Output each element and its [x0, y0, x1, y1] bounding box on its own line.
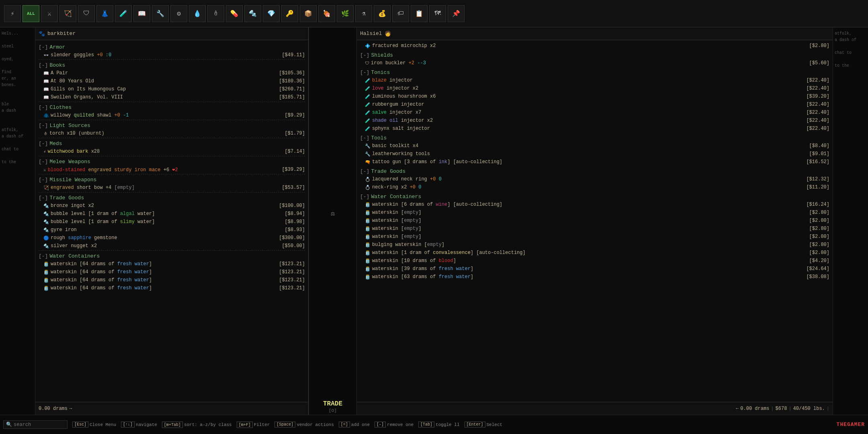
filter-plant[interactable]: 🌿 [337, 5, 354, 22]
list-item[interactable]: 🫙 waterskin [10 drams of blood] [$4.20] [357, 257, 833, 265]
list-item[interactable]: 🧪 sphynx salt injector [$22.40] [357, 125, 833, 133]
filter-all[interactable]: ALL [23, 5, 39, 22]
toggle-melee[interactable]: [-] [39, 159, 48, 165]
filter-pin[interactable]: 📌 [448, 5, 465, 22]
filter-ranged[interactable]: 🏹 [59, 5, 76, 22]
list-item[interactable]: 🔩 gyre iron [$8.93] [35, 226, 308, 234]
left-item-list[interactable]: [-] Armor 👓 slender goggles +0 :0 [$49.1… [35, 40, 308, 402]
category-missile[interactable]: [-] Missile Weapons [35, 176, 308, 184]
filter-gem[interactable]: 💎 [263, 5, 280, 22]
list-item[interactable]: 💠 fractured microchip x2 [$2.80] [357, 42, 833, 50]
list-item[interactable]: 🫙 waterskin [empty] [$2.80] [357, 209, 833, 217]
right-item-list[interactable]: 💠 fractured microchip x2 [$2.80] [-] Shi… [357, 40, 833, 402]
list-item[interactable]: 📖 Gills on Its Humongous Cap [$260.71] [35, 85, 308, 93]
list-item[interactable]: 🫙 waterskin [64 drams of fresh water] [$… [35, 276, 308, 284]
list-item[interactable]: 🔩 bubble level [1 dram of slimy water] [… [35, 218, 308, 226]
list-item[interactable]: 🧪 blaze injector [$22.40] [357, 76, 833, 84]
toggle-tools[interactable]: [-] [360, 135, 369, 141]
list-item[interactable]: 💍 lacquered neck ring +0 0 [$12.32] [357, 175, 833, 183]
search-input[interactable] [14, 422, 62, 428]
list-item[interactable]: 💍 neck-ring x2 +0 0 [$11.20] [357, 183, 833, 191]
filter-light[interactable]: 🕯 [207, 5, 224, 22]
list-item[interactable]: 🫙 waterskin [64 drams of fresh water] [$… [35, 284, 308, 292]
toggle-trade-goods-left[interactable]: [-] [39, 195, 48, 201]
list-item[interactable]: 🧪 shade oil injector x2 [$22.40] [357, 117, 833, 125]
toggle-shields[interactable]: [-] [360, 52, 369, 58]
list-item[interactable]: 🔵 rough sapphire gemstone [$300.00] [35, 234, 308, 242]
list-item[interactable]: 🫙 waterskin [63 drams of fresh water] [$… [357, 273, 833, 281]
toggle-trade-goods-right[interactable]: [-] [360, 168, 369, 174]
list-item[interactable]: 🔩 silver nugget x2 [$50.00] [35, 242, 308, 250]
toggle-missile[interactable]: [-] [39, 177, 48, 183]
list-item[interactable]: 🫙 waterskin [1 dram of convalessence] [a… [357, 249, 833, 257]
filter-clothes[interactable]: 👗 [96, 5, 113, 22]
toggle-armor[interactable]: [-] [39, 44, 48, 50]
toggle-water-right[interactable]: [-] [360, 194, 369, 200]
list-item[interactable]: 🔧 basic toolkit x4 [$8.40] [357, 142, 833, 150]
list-item[interactable]: 🛡 iron buckler +2 --3 [$5.60] [357, 59, 833, 67]
category-tools[interactable]: [-] Tools [357, 134, 833, 142]
filter-tonic[interactable]: 🧪 [115, 5, 132, 22]
category-light[interactable]: [-] Light Sources [35, 122, 308, 129]
list-item[interactable]: 🧪 luminous hoarshroom x6 [$39.20] [357, 92, 833, 100]
filter-water[interactable]: 💧 [189, 5, 206, 22]
list-item[interactable]: 🔩 bronze ingot x2 [$100.00] [35, 202, 308, 210]
list-item[interactable]: 🫙 waterskin [empty] [$2.80] [357, 233, 833, 241]
list-item[interactable]: 🔫 tattoo gun [3 drams of ink] [auto-coll… [357, 158, 833, 166]
category-books[interactable]: [-] Books [35, 61, 308, 69]
filter-misc[interactable]: 📋 [411, 5, 428, 22]
category-clothes[interactable]: [-] Clothes [35, 104, 308, 111]
filter-part[interactable]: 🔩 [244, 5, 261, 22]
toggle-water-left[interactable]: [-] [39, 253, 48, 259]
filter-weapon[interactable]: ⚔ [41, 5, 58, 22]
category-water-left[interactable]: [-] Water Containers [35, 252, 308, 260]
list-item[interactable]: 🫙 waterskin [empty] [$2.80] [357, 225, 833, 233]
list-item[interactable]: 🫙 bulging waterskin [empty] [$2.80] [357, 241, 833, 249]
category-trade-goods-left[interactable]: [-] Trade Goods [35, 194, 308, 202]
list-item[interactable]: 🫙 waterskin [64 drams of fresh water] [$… [35, 268, 308, 276]
filter-coin[interactable]: 💰 [374, 5, 391, 22]
toggle-clothes[interactable]: [-] [39, 104, 48, 111]
category-tonics[interactable]: [-] Tonics [357, 69, 833, 76]
list-item[interactable]: 🫙 waterskin [empty] [$2.80] [357, 217, 833, 225]
search-bar[interactable]: 🔍 [3, 420, 68, 429]
list-item[interactable]: 📖 A Pair [$105.36] [35, 69, 308, 77]
category-armor[interactable]: [-] Armor [35, 43, 308, 51]
filter-key[interactable]: 🔑 [281, 5, 298, 22]
list-item[interactable]: 📖 Swollen Organs, Vol. VIII [$185.71] [35, 93, 308, 101]
category-shields[interactable]: [-] Shields [357, 51, 833, 59]
filter-food[interactable]: 🍖 [318, 5, 335, 22]
list-item[interactable]: 🫙 waterskin [64 drams of fresh water] [$… [35, 260, 308, 268]
category-meds[interactable]: [-] Meds [35, 140, 308, 147]
filter-armor[interactable]: 🛡 [78, 5, 95, 22]
list-item[interactable]: 🕯 torch x10 (unburnt) [$1.79] [35, 129, 308, 137]
list-item[interactable]: 🫙 waterskin [6 drams of wine] [auto-coll… [357, 201, 833, 209]
list-item[interactable]: 🧥 willowy quilted shawl +0 -1 [$9.29] [35, 111, 308, 119]
filter-alch[interactable]: ⚗ [355, 5, 372, 22]
filter-gear[interactable]: ⚙ [170, 5, 187, 22]
list-item[interactable]: 🔩 bubble level [1 dram of algal water] [… [35, 210, 308, 218]
list-item[interactable]: 🧪 salve injector x7 [$22.40] [357, 108, 833, 117]
toggle-light[interactable]: [-] [39, 123, 48, 129]
filter-med[interactable]: 💊 [226, 5, 243, 22]
category-trade-goods-right[interactable]: [-] Trade Goods [357, 168, 833, 175]
list-item[interactable]: 🧪 rubbergum injector [$22.40] [357, 100, 833, 108]
filter-map[interactable]: 🗺 [429, 5, 446, 22]
category-melee[interactable]: [-] Melee Weapons [35, 158, 308, 166]
list-item[interactable]: 🏹 engraved short bow +4 [empty] [$53.57] [35, 184, 308, 192]
filter-electric[interactable]: ⚡ [4, 5, 21, 22]
filter-tag[interactable]: 🏷 [392, 5, 409, 22]
list-item[interactable]: 👓 slender goggles +0 :0 [$49.11] [35, 51, 308, 59]
list-item[interactable]: 📖 At 80 Years Old [$180.36] [35, 77, 308, 85]
filter-tool[interactable]: 🔧 [152, 5, 169, 22]
toggle-books[interactable]: [-] [39, 62, 48, 68]
list-item[interactable]: 🧪 love injector x2 [$22.40] [357, 84, 833, 92]
list-item[interactable]: 🔧 leatherworking tools [$9.01] [357, 150, 833, 158]
toggle-tonics[interactable]: [-] [360, 70, 369, 76]
filter-book[interactable]: 📖 [133, 5, 150, 22]
filter-tradegood[interactable]: 📦 [300, 5, 317, 22]
category-water-right[interactable]: [-] Water Containers [357, 193, 833, 201]
list-item[interactable]: ⚔ blood-stained engraved sturdy iron mac… [35, 166, 308, 174]
list-item[interactable]: ⚡ witchwood bark x28 [$7.14] [35, 147, 308, 156]
toggle-meds[interactable]: [-] [39, 141, 48, 147]
